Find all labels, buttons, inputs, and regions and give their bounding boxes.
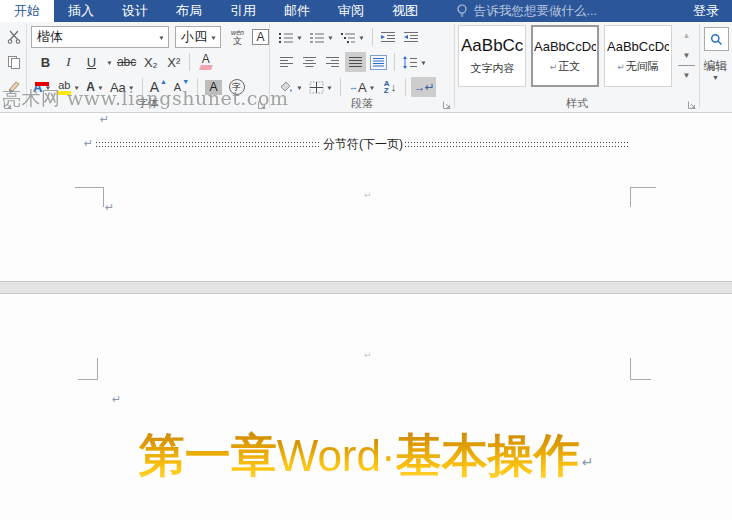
- show-hide-marks-button[interactable]: →↵: [411, 77, 435, 97]
- sign-in-button[interactable]: 登录: [693, 0, 719, 22]
- font-size-combo[interactable]: 小四 ▼: [175, 26, 221, 48]
- styles-gallery-scroll: ▲ ▼ ▼: [678, 25, 695, 85]
- bullets-button[interactable]: ▼: [276, 27, 305, 47]
- text-boundary-mark: [630, 187, 656, 188]
- align-left-button[interactable]: [276, 52, 297, 72]
- font-name-combo[interactable]: 楷体 ▼: [31, 26, 169, 48]
- distributed-icon: [370, 55, 387, 70]
- sort-button[interactable]: A Z ↓: [379, 77, 400, 97]
- chevron-down-icon: ▼: [358, 34, 365, 40]
- copy-icon: [7, 55, 21, 69]
- borders-button[interactable]: ▼: [307, 77, 335, 97]
- style-preview: AaBbCc: [461, 36, 523, 56]
- text-boundary-mark: [78, 379, 98, 380]
- justify-button[interactable]: [345, 52, 366, 72]
- section-break-line: [405, 142, 630, 147]
- section-break: 分节符(下一页): [96, 136, 630, 153]
- editing-group: 编辑 ▼: [700, 22, 731, 112]
- font-name-value: 楷体: [37, 28, 156, 46]
- paragraph-group-label: 段落: [270, 96, 454, 111]
- clear-formatting-icon: A: [200, 54, 212, 70]
- lightbulb-icon: [456, 4, 468, 18]
- line-spacing-button[interactable]: ▼: [400, 52, 429, 72]
- styles-dialog-launcher[interactable]: [687, 100, 697, 110]
- decrease-indent-button[interactable]: [378, 27, 399, 47]
- clear-formatting-button[interactable]: A: [195, 52, 216, 72]
- subscript-button[interactable]: X₂: [140, 52, 161, 72]
- style-card-no-spacing[interactable]: AaBbCcDc ↵无间隔: [604, 25, 672, 87]
- style-name: ↵无间隔: [617, 59, 659, 74]
- down-arrow-icon: ▼: [182, 77, 189, 86]
- left-right-arrows-icon: ↔: [349, 83, 358, 92]
- text-boundary-mark: [630, 358, 631, 380]
- phonetic-guide-button[interactable]: wén 文: [227, 27, 248, 47]
- tab-mailings[interactable]: 邮件: [270, 0, 324, 22]
- text-boundary-mark: [630, 379, 651, 380]
- multilevel-list-icon: [340, 31, 356, 44]
- asian-layout-icon: A: [358, 80, 367, 95]
- chevron-down-icon: ▼: [296, 34, 303, 40]
- chevron-down-icon[interactable]: ▼: [700, 74, 731, 81]
- decrease-indent-icon: [380, 31, 396, 44]
- align-left-icon: [279, 56, 294, 69]
- chevron-down-icon: ▼: [369, 84, 376, 90]
- text-boundary-mark: [630, 187, 631, 207]
- gallery-more-button[interactable]: ▼: [678, 65, 695, 85]
- chapter-title[interactable]: 第一章 Word· 基本操作↵: [0, 425, 732, 487]
- underline-button[interactable]: U: [81, 52, 102, 72]
- superscript-button[interactable]: X²: [163, 52, 184, 72]
- style-card-text-content[interactable]: AaBbCc 文字内容: [458, 25, 526, 87]
- paragraph-mark: ↵: [364, 190, 372, 201]
- tab-layout[interactable]: 布局: [162, 0, 216, 22]
- style-card-normal[interactable]: AaBbCcDc ↵正文: [531, 25, 599, 87]
- style-name: ↵正文: [550, 59, 581, 74]
- chevron-down-icon: ▼: [158, 34, 165, 40]
- copy-button[interactable]: [3, 52, 24, 72]
- text-boundary-mark: [103, 187, 104, 207]
- chevron-down-icon: ▼: [420, 59, 427, 65]
- asian-layout-button[interactable]: ↔ A ▼: [346, 77, 378, 97]
- align-center-button[interactable]: [299, 52, 320, 72]
- search-icon: [710, 33, 723, 46]
- find-button[interactable]: [704, 27, 729, 51]
- multilevel-list-button[interactable]: ▼: [338, 27, 367, 47]
- section-break-line: [96, 142, 321, 147]
- tab-view[interactable]: 视图: [378, 0, 432, 22]
- separator: [394, 53, 395, 71]
- tab-insert[interactable]: 插入: [54, 0, 108, 22]
- italic-button[interactable]: I: [58, 52, 79, 72]
- tab-design[interactable]: 设计: [108, 0, 162, 22]
- numbering-button[interactable]: ▼: [307, 27, 336, 47]
- character-border-icon: A: [252, 29, 268, 45]
- paragraph-mark-icon: →↵: [413, 80, 433, 94]
- paragraph-mark: ↵: [112, 394, 121, 405]
- distribute-button[interactable]: [368, 52, 389, 72]
- tab-home[interactable]: 开始: [0, 0, 54, 22]
- chevron-down-icon[interactable]: ▼: [106, 59, 113, 65]
- character-border-button[interactable]: A: [250, 27, 271, 47]
- tell-me-label: 告诉我您想要做什么...: [474, 3, 597, 20]
- document-canvas[interactable]: ↵ ↵ 分节符(下一页) ↵ ↵ ↵ ↵ 第一章 Word· 基本操作↵: [0, 113, 732, 520]
- gallery-scroll-down[interactable]: ▼: [678, 45, 695, 65]
- styles-group: AaBbCc 文字内容 AaBbCcDc ↵正文 AaBbCcDc ↵无间隔 ▲…: [455, 22, 699, 112]
- tab-references[interactable]: 引用: [216, 0, 270, 22]
- font-size-value: 小四: [181, 28, 208, 46]
- separator: [340, 78, 341, 96]
- align-right-button[interactable]: [322, 52, 343, 72]
- tell-me-box[interactable]: 告诉我您想要做什么...: [456, 0, 597, 22]
- bold-button[interactable]: B: [35, 52, 56, 72]
- line-spacing-icon: [402, 56, 418, 69]
- editing-group-label[interactable]: 编辑: [700, 58, 731, 75]
- phonetic-guide-icon: wén 文: [231, 29, 244, 45]
- increase-indent-button[interactable]: [401, 27, 422, 47]
- paragraph-mark: ↵: [582, 454, 594, 470]
- chapter-title-zh-2: 基本操作: [396, 425, 580, 487]
- text-boundary-mark: [97, 358, 98, 380]
- paragraph-mark: ↵: [105, 202, 114, 213]
- paragraph-dialog-launcher[interactable]: [442, 100, 452, 110]
- page-gap: [0, 281, 732, 294]
- tab-review[interactable]: 审阅: [324, 0, 378, 22]
- strikethrough-button[interactable]: abc: [115, 52, 138, 72]
- gallery-scroll-up[interactable]: ▲: [678, 25, 695, 45]
- cut-button[interactable]: [3, 27, 24, 47]
